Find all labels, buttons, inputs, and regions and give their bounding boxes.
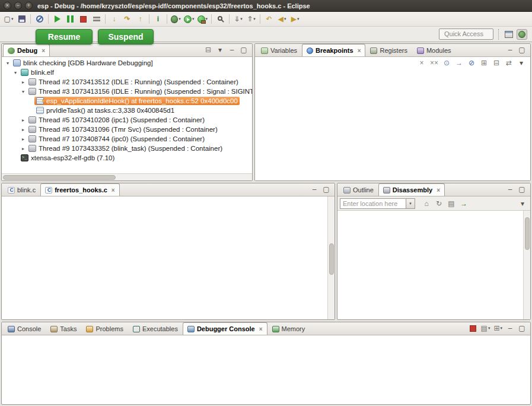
tab-registers[interactable]: Registers xyxy=(365,44,412,56)
tree-row[interactable]: ▸Thread #7 1073408744 (ipc0) (Suspended … xyxy=(2,134,252,144)
tab-executables[interactable]: Executables xyxy=(128,322,183,335)
show-supported-breakpoints-icon[interactable]: ⊙ xyxy=(441,58,452,68)
tree-row[interactable]: xtensa-esp32-elf-gdb (7.10) xyxy=(2,153,252,163)
debug-horizontal-scrollbar[interactable] xyxy=(2,173,252,180)
minimize-icon[interactable]: – xyxy=(309,184,320,195)
previous-annotation-button[interactable]: ⇑▾ xyxy=(245,13,257,26)
minimize-button[interactable]: − xyxy=(14,2,22,9)
collapse-arrow-icon[interactable]: ▾ xyxy=(20,89,27,94)
close-tab-icon[interactable]: × xyxy=(358,47,361,54)
maximize-icon[interactable]: ▢ xyxy=(517,45,527,55)
tab-blink-c[interactable]: blink.c xyxy=(3,183,40,196)
maximize-button[interactable]: + xyxy=(25,2,33,9)
view-menu-icon[interactable]: ▾ xyxy=(215,45,225,55)
new-button[interactable]: ▢▾ xyxy=(2,13,15,26)
tab-console[interactable]: Console xyxy=(3,322,46,335)
view-menu-icon[interactable]: ▾ xyxy=(517,198,528,209)
collapse-arrow-icon[interactable]: ▾ xyxy=(4,61,11,66)
display-selected-console-icon[interactable]: ▤▾ xyxy=(480,323,492,334)
tree-row[interactable]: ▸Thread #9 1073433352 (blink_task) (Susp… xyxy=(2,144,252,153)
editor-vertical-scrollbar[interactable] xyxy=(327,196,335,319)
close-button[interactable]: × xyxy=(4,2,11,9)
maximize-icon[interactable]: ▢ xyxy=(517,184,527,195)
tab-breakpoints[interactable]: Breakpoints× xyxy=(302,44,365,56)
tab-memory[interactable]: Memory xyxy=(267,322,310,335)
tab-disassembly[interactable]: Disassembly× xyxy=(378,183,445,196)
tree-row[interactable]: ▾blink checking [GDB Hardware Debugging] xyxy=(2,58,252,68)
collapse-arrow-icon[interactable]: ▾ xyxy=(12,70,19,75)
collapse-all-icon[interactable]: ⊟ xyxy=(491,58,502,68)
tab-modules[interactable]: Modules xyxy=(412,44,456,56)
tree-row[interactable]: prvIdleTask() at tasks.c:3,338 0x400845d… xyxy=(2,106,252,115)
step-over-button[interactable]: ↷ xyxy=(121,13,133,26)
open-perspective-button[interactable] xyxy=(504,29,514,40)
terminate-icon[interactable] xyxy=(468,323,479,334)
disassembly-vertical-scrollbar[interactable] xyxy=(523,211,530,319)
expand-arrow-icon[interactable]: ▸ xyxy=(20,146,27,151)
save-button[interactable] xyxy=(15,13,28,26)
remove-all-breakpoints-icon[interactable]: ×× xyxy=(429,58,439,68)
tab-outline[interactable]: Outline xyxy=(339,183,378,196)
last-edit-location-button[interactable]: ↶ xyxy=(263,13,275,26)
expand-arrow-icon[interactable]: ▸ xyxy=(20,118,27,123)
close-tab-icon[interactable]: × xyxy=(259,326,263,332)
quick-access-box[interactable]: Quick Access xyxy=(439,28,493,40)
tree-row[interactable]: ▾blink.elf xyxy=(2,68,252,77)
code-line[interactable] xyxy=(2,196,327,204)
forward-button[interactable]: ▶▾ xyxy=(289,13,301,26)
minimize-icon[interactable]: – xyxy=(227,45,237,55)
run-button[interactable]: ▾ xyxy=(183,13,196,26)
debug-button[interactable]: ▾ xyxy=(170,13,182,26)
external-tools-button[interactable]: ▾ xyxy=(196,13,209,26)
disconnect-button[interactable] xyxy=(90,13,103,26)
maximize-icon[interactable]: ▢ xyxy=(321,184,332,195)
location-input[interactable]: Enter location here xyxy=(340,198,406,209)
scrollbar-thumb[interactable] xyxy=(329,243,334,275)
tree-row[interactable]: ▸Thread #2 1073413512 (IDLE : Running) (… xyxy=(2,77,252,87)
search-button[interactable] xyxy=(214,13,227,26)
expand-arrow-icon[interactable]: ▸ xyxy=(20,80,27,85)
minimize-icon[interactable]: – xyxy=(505,184,515,195)
expand-all-icon[interactable]: ⊞ xyxy=(479,58,489,68)
tree-row[interactable]: esp_vApplicationIdleHook() at freertos_h… xyxy=(2,96,252,106)
step-into-button[interactable]: ↓ xyxy=(108,13,120,26)
tree-row[interactable]: ▸Thread #5 1073410208 (ipc1) (Suspended … xyxy=(2,115,252,125)
resume-button[interactable] xyxy=(51,13,63,26)
close-tab-icon[interactable]: × xyxy=(42,47,45,54)
location-dropdown-icon[interactable]: ▾ xyxy=(406,198,415,209)
disassembly-content[interactable] xyxy=(337,211,530,319)
tab-debugger-console[interactable]: Debugger Console× xyxy=(183,322,267,335)
console-output[interactable] xyxy=(2,335,530,404)
breakpoints-empty-area[interactable] xyxy=(255,69,530,180)
tree-row[interactable]: ▸Thread #6 1073431096 (Tmr Svc) (Suspend… xyxy=(2,125,252,134)
link-with-debug-icon[interactable]: ⇄ xyxy=(504,58,514,68)
home-icon[interactable]: ⌂ xyxy=(421,198,432,209)
skip-all-breakpoints-button[interactable] xyxy=(33,13,46,26)
track-pc-icon[interactable]: → xyxy=(458,198,469,209)
show-source-icon[interactable]: ▤ xyxy=(446,198,457,209)
minimize-icon[interactable]: – xyxy=(505,323,515,334)
tab-tasks[interactable]: Tasks xyxy=(46,322,81,335)
go-to-file-icon[interactable]: → xyxy=(454,58,464,68)
tab-problems[interactable]: Problems xyxy=(81,322,128,335)
close-tab-icon[interactable]: × xyxy=(437,187,440,194)
skip-all-breakpoints-icon[interactable]: ⊘ xyxy=(466,58,477,68)
back-button[interactable]: ◀▾ xyxy=(276,13,288,26)
tab-debug[interactable]: Debug× xyxy=(3,44,50,56)
step-return-button[interactable]: ↑ xyxy=(134,13,146,26)
debug-perspective-button[interactable] xyxy=(517,29,527,40)
code-editor[interactable] xyxy=(2,196,335,319)
collapse-all-icon[interactable]: ⊟ xyxy=(203,45,214,55)
tab-variables[interactable]: Variables xyxy=(256,44,302,56)
minimize-icon[interactable]: – xyxy=(505,45,515,55)
expand-arrow-icon[interactable]: ▸ xyxy=(20,127,27,132)
next-annotation-button[interactable]: ⇓▾ xyxy=(232,13,244,26)
suspend-button[interactable] xyxy=(64,13,77,26)
close-tab-icon[interactable]: × xyxy=(112,187,115,194)
tree-row[interactable]: ▾Thread #3 1073413156 (IDLE : Running) (… xyxy=(2,87,252,96)
remove-breakpoint-icon[interactable]: × xyxy=(416,58,427,68)
open-console-icon[interactable]: ⊞▾ xyxy=(492,323,504,334)
scrollbar-thumb[interactable] xyxy=(525,217,530,250)
refresh-icon[interactable]: ↻ xyxy=(434,198,444,209)
line-number[interactable] xyxy=(2,196,18,204)
